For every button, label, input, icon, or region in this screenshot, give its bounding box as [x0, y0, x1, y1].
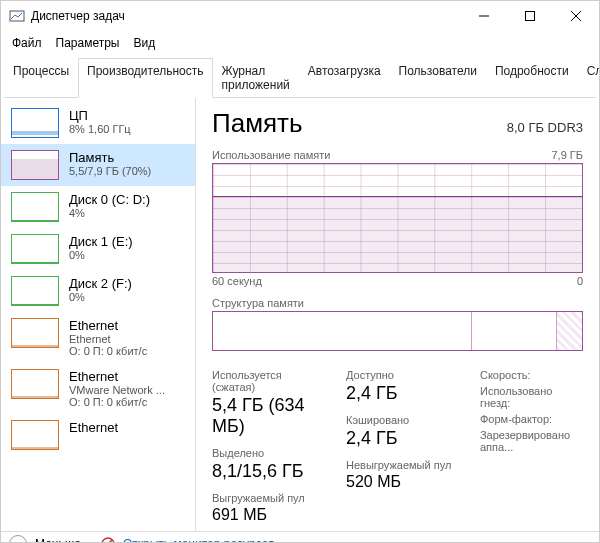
slots-label: Использовано гнезд: [480, 385, 583, 409]
sidebar-item-line1: 8% 1,60 ГГц [69, 123, 131, 135]
form-label: Форм-фактор: [480, 413, 583, 425]
composition-label: Структура памяти [212, 297, 304, 309]
sidebar-item-line1: 0% [69, 291, 132, 303]
sidebar-item-title: Диск 0 (C: D:) [69, 192, 150, 207]
sidebar-item-line1: 5,5/7,9 ГБ (70%) [69, 165, 151, 177]
sidebar-item-title: Ethernet [69, 369, 165, 384]
speed-label: Скорость: [480, 369, 583, 381]
sidebar-thumb [11, 420, 59, 450]
sidebar-item[interactable]: Диск 2 (F:)0% [1, 270, 195, 312]
app-icon [9, 8, 25, 24]
page-subtitle: 8,0 ГБ DDR3 [507, 120, 583, 135]
minimize-button[interactable] [461, 1, 507, 31]
in-use-value: 5,4 ГБ (634 МБ) [212, 395, 326, 437]
menu-view[interactable]: Вид [126, 33, 162, 53]
committed-value: 8,1/15,6 ГБ [212, 461, 326, 482]
paged-label: Выгружаемый пул [212, 492, 326, 504]
tab-startup[interactable]: Автозагрузка [299, 58, 390, 98]
svg-rect-2 [526, 12, 535, 21]
tab-app-history[interactable]: Журнал приложений [213, 58, 299, 98]
sidebar-item[interactable]: EthernetVMware Network ...О: 0 П: 0 кбит… [1, 363, 195, 414]
reserved-label: Зарезервировано аппа... [480, 429, 583, 453]
sidebar-item[interactable]: Память5,5/7,9 ГБ (70%) [1, 144, 195, 186]
sidebar-thumb [11, 192, 59, 222]
xaxis-right: 0 [577, 275, 583, 287]
tab-details[interactable]: Подробности [486, 58, 578, 98]
sidebar-item[interactable]: ЦП8% 1,60 ГГц [1, 102, 195, 144]
cached-label: Кэшировано [346, 414, 460, 426]
usage-max: 7,9 ГБ [551, 149, 583, 161]
open-resmon-link[interactable]: Открыть монитор ресурсов [123, 537, 275, 544]
window-title: Диспетчер задач [31, 9, 461, 23]
sidebar-item[interactable]: Диск 1 (E:)0% [1, 228, 195, 270]
sidebar-item-title: Память [69, 150, 151, 165]
no-entry-icon [101, 537, 115, 544]
sidebar-item-title: Диск 1 (E:) [69, 234, 133, 249]
menu-options[interactable]: Параметры [49, 33, 127, 53]
sidebar-item-title: Диск 2 (F:) [69, 276, 132, 291]
sidebar-thumb [11, 108, 59, 138]
sidebar-item-line1: 4% [69, 207, 150, 219]
committed-label: Выделено [212, 447, 326, 459]
sidebar-item-line1: 0% [69, 249, 133, 261]
sidebar-thumb [11, 276, 59, 306]
memory-composition-bar [212, 311, 583, 351]
cached-value: 2,4 ГБ [346, 428, 460, 449]
sidebar-item-line2: О: 0 П: 0 кбит/с [69, 345, 147, 357]
avail-value: 2,4 ГБ [346, 383, 460, 404]
nonpaged-value: 520 МБ [346, 473, 460, 491]
menu-file[interactable]: Файл [5, 33, 49, 53]
main-panel: Память 8,0 ГБ DDR3 Использование памяти … [196, 98, 599, 531]
close-button[interactable] [553, 1, 599, 31]
bottombar: Меньше Открыть монитор ресурсов [1, 531, 599, 543]
sidebar-item-line2: О: 0 П: 0 кбит/с [69, 396, 165, 408]
menubar: Файл Параметры Вид [1, 31, 599, 55]
sidebar-item[interactable]: Ethernet [1, 414, 195, 456]
sidebar-item-line1: Ethernet [69, 333, 147, 345]
sidebar-item-line1: VMware Network ... [69, 384, 165, 396]
sidebar-item-title: Ethernet [69, 420, 118, 435]
page-title: Память [212, 108, 303, 139]
usage-label: Использование памяти [212, 149, 330, 161]
memory-usage-chart [212, 163, 583, 273]
fewer-details-icon[interactable] [9, 535, 27, 544]
tab-services[interactable]: Службы [578, 58, 600, 98]
tabs: Процессы Производительность Журнал прило… [4, 57, 596, 98]
in-use-label: Используется (сжатая) [212, 369, 326, 393]
maximize-button[interactable] [507, 1, 553, 31]
sidebar-thumb [11, 369, 59, 399]
tab-users[interactable]: Пользователи [390, 58, 486, 98]
avail-label: Доступно [346, 369, 460, 381]
tab-performance[interactable]: Производительность [78, 58, 212, 98]
sidebar-item[interactable]: Диск 0 (C: D:)4% [1, 186, 195, 228]
sidebar-item[interactable]: EthernetEthernetО: 0 П: 0 кбит/с [1, 312, 195, 363]
titlebar: Диспетчер задач [1, 1, 599, 31]
sidebar-thumb [11, 150, 59, 180]
sidebar-item-title: ЦП [69, 108, 131, 123]
sidebar[interactable]: ЦП8% 1,60 ГГцПамять5,5/7,9 ГБ (70%)Диск … [1, 98, 196, 531]
fewer-details-label[interactable]: Меньше [35, 537, 81, 544]
xaxis-left: 60 секунд [212, 275, 262, 287]
tab-processes[interactable]: Процессы [4, 58, 78, 98]
sidebar-item-title: Ethernet [69, 318, 147, 333]
nonpaged-label: Невыгружаемый пул [346, 459, 460, 471]
sidebar-thumb [11, 234, 59, 264]
paged-value: 691 МБ [212, 506, 326, 524]
svg-line-6 [104, 540, 112, 544]
sidebar-thumb [11, 318, 59, 348]
